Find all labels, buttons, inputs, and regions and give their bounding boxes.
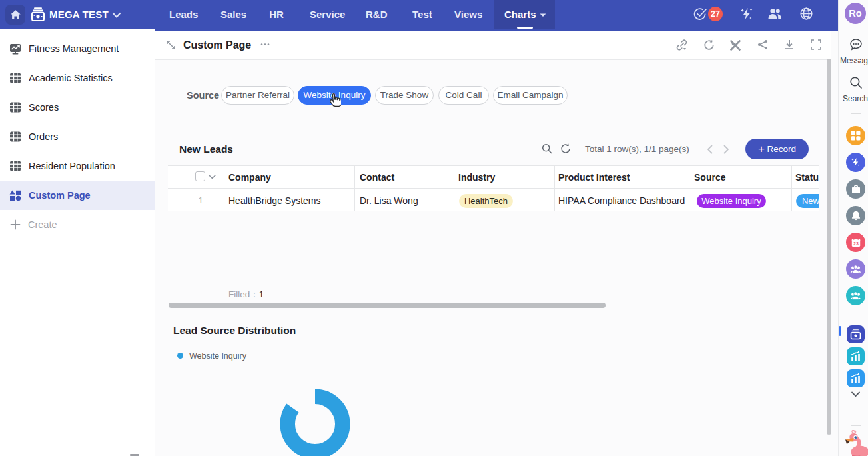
svg-text:23: 23	[853, 241, 859, 246]
